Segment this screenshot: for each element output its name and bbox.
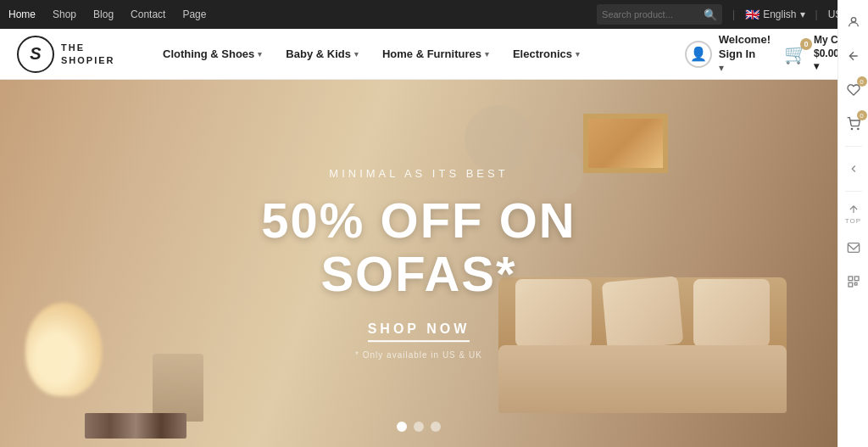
cushion-3 [693, 279, 770, 347]
hero-dot-3[interactable] [431, 422, 441, 432]
nav-home-furnitures-arrow: ▾ [485, 50, 489, 59]
search-area[interactable]: 🔍 [597, 4, 722, 25]
sidebar-divider2 [845, 191, 862, 192]
topnav-home[interactable]: Home [0, 0, 44, 29]
nav-electronics[interactable]: Electronics ▾ [503, 41, 590, 67]
wall-decor-circle-1 [465, 105, 532, 173]
nav-electronics-arrow: ▾ [576, 50, 580, 59]
top-navigation: Home Shop Blog Contact Page [0, 0, 214, 29]
language-button[interactable]: 🇬🇧 English ▾ [745, 8, 804, 21]
sidebar-user-button[interactable] [838, 7, 869, 37]
svg-point-0 [851, 18, 855, 22]
logo-text: THE SHOPIER [61, 42, 115, 66]
search-button[interactable]: 🔍 [704, 8, 717, 21]
language-arrow-icon: ▾ [800, 8, 805, 20]
divider2: | [815, 8, 818, 20]
nav-baby-kids[interactable]: Baby & Kids ▾ [275, 41, 369, 67]
search-input[interactable] [602, 9, 704, 20]
topnav-shop[interactable]: Shop [44, 0, 85, 29]
topnav-blog[interactable]: Blog [85, 0, 122, 29]
floor-books [85, 413, 186, 439]
nav-baby-kids-label: Baby & Kids [286, 47, 351, 60]
room-lamp [25, 303, 102, 396]
nav-home-furnitures[interactable]: Home & Furnitures ▾ [372, 41, 499, 67]
topnav-page[interactable]: Page [174, 0, 214, 29]
logo[interactable]: S THE SHOPIER [17, 36, 127, 73]
sidebar-cart-button[interactable]: 0 [838, 109, 869, 139]
svg-rect-3 [848, 243, 859, 253]
hero-cta-button[interactable]: SHOP NOW [368, 321, 470, 342]
svg-rect-6 [849, 282, 853, 287]
flag-icon: 🇬🇧 [745, 8, 760, 21]
nav-clothing-shoes[interactable]: Clothing & Shoes ▾ [153, 41, 272, 67]
nav-home-furnitures-label: Home & Furnitures [382, 47, 481, 60]
sign-in-area[interactable]: 👤 Welcome! Sign In ▾ [685, 33, 771, 75]
hero-note: * Only available in US & UK [164, 350, 673, 360]
signin-label: Sign In [719, 47, 771, 62]
divider: | [732, 8, 735, 20]
sidebar-email-button[interactable] [838, 232, 869, 263]
right-sidebar: 0 0 TOP [837, 0, 868, 447]
logo-line2: SHOPIER [61, 55, 115, 65]
sidebar-collapse-button[interactable] [838, 154, 869, 184]
user-icon: 👤 [685, 41, 712, 68]
nav-electronics-label: Electronics [513, 47, 572, 60]
nav-clothing-shoes-label: Clothing & Shoes [163, 47, 254, 60]
sidebar-qr-button[interactable] [838, 266, 869, 297]
main-navigation: Clothing & Shoes ▾ Baby & Kids ▾ Home & … [153, 41, 685, 67]
content-area: MINIMAL AS ITS BEST 50% OFF ON SOFAS* SH… [0, 80, 868, 447]
sidebar-back-button[interactable] [838, 41, 869, 71]
svg-rect-5 [854, 277, 859, 281]
wishlist-badge: 0 [857, 76, 867, 87]
sign-in-text: Welcome! Sign In ▾ [719, 33, 771, 75]
floor-vase [153, 354, 203, 422]
top-bar: Home Shop Blog Contact Page 🔍 | 🇬🇧 Engli… [0, 0, 868, 29]
cart-badge: 0 [800, 38, 812, 50]
wall-painting [583, 114, 668, 173]
hero-dot-2[interactable] [414, 422, 424, 432]
top-label: TOP [845, 217, 861, 225]
cart-icon-wrap: 🛒 0 [784, 43, 807, 65]
sidebar-cart-badge: 0 [857, 110, 867, 120]
language-label: English [763, 8, 796, 20]
nav-clothing-shoes-arrow: ▾ [258, 50, 262, 59]
hero-subtitle: MINIMAL AS ITS BEST [164, 167, 673, 180]
logo-icon: S [17, 36, 54, 73]
top-bar-right: 🔍 | 🇬🇧 English ▾ | USD ▾ [597, 4, 858, 25]
svg-rect-7 [854, 282, 857, 285]
welcome-label: Welcome! [719, 33, 771, 47]
logo-line1: THE [61, 42, 85, 53]
nav-baby-kids-arrow: ▾ [354, 50, 359, 59]
sidebar-wishlist-button[interactable]: 0 [838, 75, 869, 105]
hero-section: MINIMAL AS ITS BEST 50% OFF ON SOFAS* SH… [0, 80, 837, 447]
main-header: S THE SHOPIER Clothing & Shoes ▾ Baby & … [0, 29, 868, 80]
svg-point-1 [851, 128, 852, 129]
header-right: 👤 Welcome! Sign In ▾ 🛒 0 My Cart $0.00 ▾ [685, 33, 851, 75]
topnav-contact[interactable]: Contact [122, 0, 174, 29]
hero-dots [397, 422, 441, 432]
svg-point-2 [857, 128, 858, 129]
sidebar-divider [845, 146, 862, 147]
hero-dot-1[interactable] [397, 422, 407, 432]
sidebar-top-button[interactable]: TOP [838, 198, 869, 229]
hero-title: 50% OFF ON SOFAS* [164, 193, 673, 302]
hero-content: MINIMAL AS ITS BEST 50% OFF ON SOFAS* SH… [164, 167, 673, 360]
svg-rect-4 [849, 277, 853, 281]
